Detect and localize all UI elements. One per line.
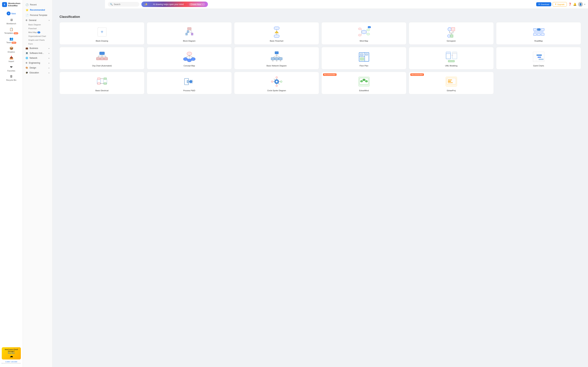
upgrade-button[interactable]: ⬆ Upgrade — [553, 2, 567, 7]
sidebar-item-dropbox[interactable]: 📦 Dropbox — [0, 45, 23, 54]
svg-rect-94 — [538, 57, 541, 58]
sidebar-team-label: Team NEW — [6, 42, 16, 43]
sidebar-item-workbench[interactable]: 🖥 Workbench — [0, 17, 23, 26]
sidebar-item-favorites[interactable]: ❤ Favorites — [0, 64, 23, 73]
card-roadmap[interactable]: RoadMap — [496, 22, 581, 45]
svg-point-120 — [271, 81, 273, 83]
svg-marker-85 — [452, 55, 453, 56]
network-icon: 🌐 — [26, 57, 28, 59]
svg-rect-49 — [100, 58, 104, 60]
cloud-promo[interactable]: Need more Cloud Storage? Buy Now ☁ — [2, 347, 21, 359]
sidebar-item-templates[interactable]: 📋 Templates NEW — [0, 26, 23, 35]
svg-rect-50 — [104, 58, 108, 60]
svg-line-62 — [277, 55, 281, 58]
svg-point-53 — [183, 58, 188, 61]
svg-line-22 — [361, 29, 362, 32]
nav-group-network[interactable]: 🌐Network ▸ — [23, 56, 52, 60]
card-mind-map[interactable]: AI Mind Map — [321, 22, 406, 45]
svg-rect-136 — [448, 81, 451, 82]
svg-marker-5 — [190, 31, 192, 33]
recycle-icon: 🗑 — [10, 75, 13, 78]
storage-fill — [2, 363, 2, 364]
sidebar-item-import[interactable]: 📥 Import — [0, 54, 23, 64]
floorplan-label: Floor Plan — [359, 65, 368, 67]
nav-group-software[interactable]: 💻Software And... ▸ — [23, 51, 52, 56]
svg-rect-95 — [539, 59, 544, 60]
nav-sub-graphs[interactable]: Graphs and Charts — [23, 38, 52, 42]
svg-point-18 — [358, 28, 361, 30]
design-icon: 🎨 — [26, 67, 28, 69]
sidebar-item-new[interactable]: + New — [0, 10, 23, 17]
floorplan-visual — [357, 51, 371, 63]
blank-drawing-label: Blank Drawing — [96, 40, 108, 42]
nav-personal-template[interactable]: 📄 Personal Template — [23, 13, 52, 18]
concept-visual — [182, 51, 196, 63]
svg-rect-97 — [97, 78, 100, 80]
nav-sub-form[interactable]: Form — [23, 42, 52, 46]
card-org-chart[interactable]: Org Chart (Automated) — [60, 47, 144, 69]
card-basic-flowchart[interactable]: Basic Flowchart — [234, 22, 319, 45]
download-button[interactable]: ⬇ Download — [536, 2, 551, 6]
nav-recent[interactable]: 🕐 Recent — [23, 2, 52, 7]
svg-point-54 — [187, 59, 191, 62]
sidebar-item-team[interactable]: 👥 Team NEW — [0, 35, 23, 45]
svg-rect-93 — [536, 55, 542, 56]
card-electrical[interactable]: Basic Electrical — [60, 72, 144, 94]
card-uml[interactable]: UML Modeling — [409, 47, 494, 69]
nav-group-design[interactable]: 🎨Design ▸ — [23, 65, 52, 70]
cloud-promo-icon: ☁ — [3, 354, 19, 358]
nav-group-education[interactable]: 🎓Education ▸ — [23, 70, 52, 75]
nav-sub-org[interactable]: Organizational Chart — [23, 34, 52, 38]
card-gantt[interactable]: Gantt Charts — [496, 47, 581, 69]
cloud-promo-buy[interactable]: Buy Now — [3, 352, 19, 354]
card-edrawmind[interactable]: Recommended EdrawMind — [321, 72, 406, 94]
svg-line-24 — [366, 30, 367, 31]
card-floor-plan[interactable]: Floor Plan — [321, 47, 406, 69]
card-edrawproj[interactable]: Recommended EdrawProj — [409, 72, 494, 94]
svg-point-33 — [448, 35, 450, 37]
search-bar[interactable]: 🔍 — [108, 2, 139, 7]
cloud-promo-title: Need more Cloud Storage? — [3, 349, 19, 352]
cards-grid: + Blank Drawing — [60, 22, 581, 94]
nav-group-business[interactable]: 💼Business ▸ — [23, 46, 52, 51]
nav-recommended[interactable]: ⭐ Recommended — [23, 7, 52, 13]
software-label: Software And... — [30, 52, 44, 54]
ai-banner-cta[interactable]: Create Now → — [189, 3, 205, 6]
card-genogram[interactable]: Genogram — [409, 22, 494, 45]
nav-group-general[interactable]: ⚙ General ▾ — [23, 18, 52, 23]
engineering-icon: ⚙ — [26, 62, 27, 64]
search-input[interactable] — [114, 3, 135, 6]
sidebar-templates-label: Templates NEW — [4, 32, 18, 34]
bell-icon[interactable]: 🔔 — [573, 3, 577, 6]
svg-rect-65 — [279, 58, 282, 60]
svg-rect-98 — [97, 83, 100, 84]
ai-banner[interactable]: ✨ AI drawing helps open your mind Create… — [141, 1, 208, 7]
card-concept-map[interactable]: Concept Map — [147, 47, 232, 69]
svg-point-19 — [358, 34, 361, 36]
genogram-visual — [444, 26, 458, 38]
nav-sub-basic-diagram[interactable]: Basic Diagram — [23, 23, 52, 26]
roadmap-visual — [532, 26, 546, 38]
edrawmind-label: EdrawMind — [359, 90, 369, 92]
card-circle-spoke[interactable]: Circle-Spoke Diagram — [234, 72, 319, 94]
avatar[interactable]: 👤 — [578, 2, 583, 7]
svg-point-21 — [367, 33, 370, 35]
nav-sub-flowchart[interactable]: Flowchart — [23, 26, 52, 30]
card-network-diagram[interactable]: Basic Network Diagram — [234, 47, 319, 69]
sidebar-item-recycle[interactable]: 🗑 Recycle Bin — [0, 73, 23, 83]
help-icon[interactable]: ❓ — [568, 3, 572, 6]
card-blank-drawing[interactable]: + Blank Drawing — [60, 22, 144, 45]
svg-rect-36 — [533, 28, 536, 31]
design-label: Design — [30, 67, 36, 69]
card-block-diagram[interactable]: Block Diagram — [147, 22, 232, 45]
nav-group-engineering[interactable]: ⚙Engineering ▸ — [23, 60, 52, 65]
electrical-visual — [95, 75, 109, 88]
card-process[interactable]: Process P&ID — [147, 72, 232, 94]
edrawproj-visual — [444, 75, 458, 88]
import-icon: 📥 — [9, 56, 13, 60]
svg-rect-109 — [187, 80, 189, 83]
nav-sub-mindmap[interactable]: Mind Map AI — [23, 30, 52, 34]
edrawmind-recommended-badge: Recommended — [323, 73, 337, 76]
storage-bar — [2, 363, 21, 364]
chevron-down-icon[interactable]: ▾ — [584, 3, 585, 5]
